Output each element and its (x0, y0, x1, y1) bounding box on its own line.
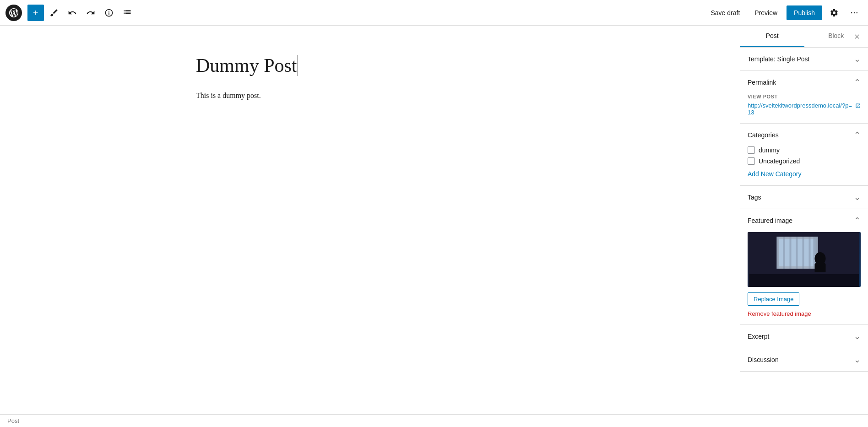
categories-section: Categories ⌃ dummy Uncategorized Add New… (740, 124, 868, 186)
excerpt-label: Excerpt (748, 333, 769, 340)
tags-label: Tags (748, 194, 761, 201)
svg-point-2 (857, 12, 858, 13)
text-cursor (298, 55, 298, 76)
categories-label: Categories (748, 131, 779, 139)
sidebar: Post Block Template: Single Post ⌄ Perma… (740, 26, 868, 414)
redo-button[interactable] (82, 5, 99, 21)
template-section: Template: Single Post ⌄ (740, 48, 868, 71)
toolbar: Save draft Preview Publish (0, 0, 868, 26)
discussion-section-header[interactable]: Discussion ⌄ (740, 348, 868, 371)
featured-image-label: Featured image (748, 217, 792, 224)
categories-content: dummy Uncategorized Add New Category (740, 146, 868, 185)
tools-button[interactable] (46, 5, 62, 21)
featured-image-thumbnail[interactable] (748, 232, 861, 287)
svg-rect-11 (809, 237, 811, 269)
svg-point-1 (854, 12, 855, 13)
tags-section-header[interactable]: Tags ⌄ (740, 186, 868, 209)
list-view-button[interactable] (119, 5, 136, 21)
add-block-button[interactable] (27, 5, 44, 21)
template-label: Template: Single Post (748, 55, 809, 63)
discussion-chevron: ⌄ (854, 355, 861, 365)
featured-image-content: Replace Image Remove featured image (740, 232, 868, 324)
wordpress-icon (9, 8, 18, 17)
main-content: Dummy Post This is a dummy post. Post Bl… (0, 26, 868, 414)
permalink-url-text: http://sveltekitwordpressdemo.local/?p=1… (748, 102, 853, 116)
view-post-label: VIEW POST (748, 94, 861, 99)
svg-rect-8 (790, 237, 792, 269)
settings-button[interactable] (826, 5, 842, 21)
more-options-button[interactable] (846, 5, 863, 21)
permalink-label: Permalink (748, 79, 776, 86)
sidebar-tabs: Post Block (740, 26, 868, 48)
svg-point-0 (851, 12, 852, 13)
categories-section-header[interactable]: Categories ⌃ (740, 124, 868, 146)
permalink-section: Permalink ⌃ VIEW POST http://sveltekitwo… (740, 71, 868, 124)
excerpt-section-header[interactable]: Excerpt ⌄ (740, 325, 868, 348)
toolbar-right: Save draft Preview Publish (705, 5, 863, 21)
undo-button[interactable] (64, 5, 81, 21)
remove-featured-image-button[interactable]: Remove featured image (748, 310, 811, 317)
permalink-chevron: ⌃ (854, 77, 861, 87)
editor-area[interactable]: Dummy Post This is a dummy post. (0, 26, 740, 414)
editor-content: Dummy Post This is a dummy post. (178, 26, 562, 130)
category-uncategorized-label: Uncategorized (759, 157, 800, 165)
svg-rect-7 (783, 237, 785, 269)
featured-image-section-header[interactable]: Featured image ⌃ (740, 209, 868, 232)
tab-post[interactable]: Post (740, 26, 804, 47)
featured-image-svg (748, 232, 861, 287)
category-dummy: dummy (748, 146, 861, 154)
replace-image-button[interactable]: Replace Image (748, 292, 799, 306)
svg-rect-15 (749, 273, 859, 287)
status-label: Post (7, 417, 19, 424)
post-title-text: Dummy Post (196, 55, 297, 76)
category-uncategorized-checkbox[interactable] (748, 157, 755, 165)
tags-section: Tags ⌄ (740, 186, 868, 209)
wp-logo (5, 5, 22, 21)
svg-rect-16 (749, 272, 859, 274)
category-dummy-checkbox[interactable] (748, 146, 755, 154)
category-uncategorized: Uncategorized (748, 157, 861, 165)
svg-point-13 (815, 252, 826, 265)
category-dummy-label: dummy (759, 146, 780, 154)
more-icon (850, 8, 859, 17)
plus-icon (31, 8, 40, 17)
svg-rect-10 (803, 237, 804, 269)
discussion-label: Discussion (748, 356, 779, 363)
tags-chevron: ⌄ (854, 192, 861, 202)
categories-chevron: ⌃ (854, 130, 861, 140)
close-icon (852, 32, 862, 41)
permalink-content: VIEW POST http://sveltekitwordpressdemo.… (740, 94, 868, 123)
featured-image-section: Featured image ⌃ (740, 209, 868, 325)
discussion-section: Discussion ⌄ (740, 348, 868, 372)
publish-button[interactable]: Publish (787, 5, 822, 20)
save-draft-button[interactable]: Save draft (705, 6, 745, 19)
excerpt-section: Excerpt ⌄ (740, 325, 868, 348)
preview-button[interactable]: Preview (749, 6, 783, 19)
close-sidebar-button[interactable] (850, 29, 864, 44)
featured-image-chevron: ⌃ (854, 216, 861, 226)
add-new-category-button[interactable]: Add New Category (748, 170, 802, 178)
permalink-section-header[interactable]: Permalink ⌃ (740, 71, 868, 94)
svg-rect-6 (777, 237, 779, 269)
excerpt-chevron: ⌄ (854, 331, 861, 341)
post-body[interactable]: This is a dummy post. (196, 89, 544, 103)
details-button[interactable] (101, 5, 117, 21)
template-chevron: ⌄ (854, 54, 861, 64)
toolbar-left (5, 5, 705, 21)
external-link-icon (855, 103, 861, 108)
svg-rect-9 (796, 237, 798, 269)
template-section-header[interactable]: Template: Single Post ⌄ (740, 48, 868, 70)
status-bar: Post (0, 414, 868, 427)
post-title[interactable]: Dummy Post (196, 53, 544, 78)
post-body-text: This is a dummy post. (196, 92, 261, 99)
permalink-url[interactable]: http://sveltekitwordpressdemo.local/?p=1… (748, 102, 861, 116)
